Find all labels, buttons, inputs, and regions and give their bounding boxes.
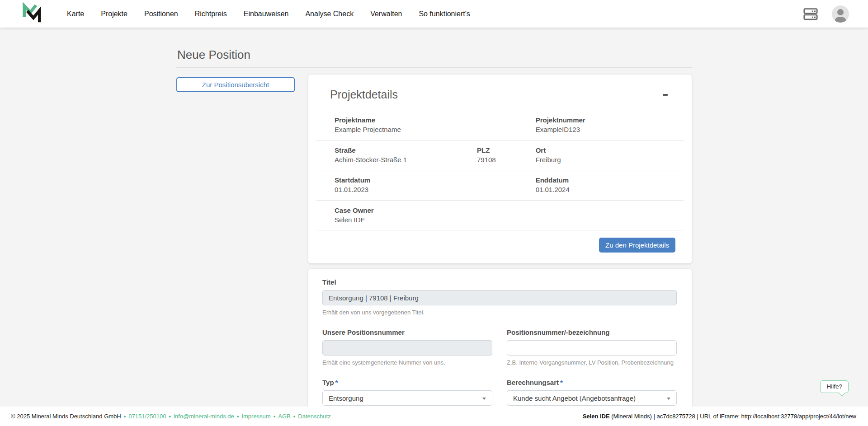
unsere-positionsnummer-input[interactable] <box>322 340 492 356</box>
typ-select[interactable]: Entsorgung <box>322 390 492 406</box>
neue-position-form-card: Titel Erhält den von uns vorgegebenen Ti… <box>308 269 692 426</box>
field-label: PLZ <box>477 145 531 155</box>
logo-m-icon <box>20 2 43 26</box>
berechnungsart-select[interactable]: Kunde sucht Angebot (Angebotsanfrage) <box>507 390 677 406</box>
positionsnummer-label: Positionsnummer/-bezeichnung <box>507 328 677 336</box>
field-value: ExampleID123 <box>536 125 585 135</box>
hilfe-button[interactable]: Hilfe? <box>820 380 849 393</box>
session-info: Selen IDE (Mineral Minds) | ac7dc8275728… <box>583 413 856 420</box>
nav-item-richtpreis[interactable]: Richtpreis <box>195 10 227 18</box>
project-details-table: Projektname Example Projectname Projektn… <box>316 110 684 230</box>
zu-den-projektdetails-button[interactable]: Zu den Projektdetails <box>599 238 675 253</box>
datenschutz-link[interactable]: Datenschutz <box>298 413 330 420</box>
avatar-head-shape <box>837 9 844 15</box>
field-value: Selen IDE <box>335 215 531 225</box>
typ-selected-value: Entsorgung <box>329 394 363 402</box>
footer-separator: • <box>169 413 171 420</box>
field-value: Freiburg <box>536 155 561 165</box>
nav-item-einbauweisen[interactable]: Einbauweisen <box>244 10 289 18</box>
typ-label: Typ* <box>322 379 492 386</box>
nav-item-so-funktionierts[interactable]: So funktioniert's <box>419 10 470 18</box>
table-row: Straße Achim-Stocker-Straße 1 PLZ 79108 … <box>316 140 684 171</box>
field-label: Projektname <box>335 115 531 125</box>
main-nav: Karte Projekte Positionen Richtpreis Ein… <box>67 10 470 18</box>
field-label: Startdatum <box>335 175 531 185</box>
nav-item-analyse-check[interactable]: Analyse Check <box>305 10 354 18</box>
page-footer: © 2025 Mineral Minds Deutschland GmbH • … <box>0 407 868 426</box>
user-avatar-icon[interactable] <box>832 5 849 23</box>
session-user: Selen IDE <box>583 413 610 420</box>
positionsnummer-input[interactable] <box>507 340 677 356</box>
footer-separator: • <box>293 413 296 420</box>
unsere-positionsnummer-helper: Erhält eine systemgenerierte Nummer von … <box>322 359 492 366</box>
field-value: 01.01.2023 <box>335 185 531 195</box>
berechnungsart-selected-value: Kunde sucht Angebot (Angebotsanfrage) <box>513 394 636 402</box>
unsere-positionsnummer-label: Unsere Positionsnummer <box>322 328 492 336</box>
berechnungsart-label: Berechnungsart* <box>507 379 677 386</box>
zur-positionsuebersicht-button[interactable]: Zur Positionsübersicht <box>176 77 295 92</box>
field-label: Enddatum <box>536 175 570 185</box>
impressum-link[interactable]: Impressum <box>241 413 270 420</box>
field-label: Straße <box>335 145 472 155</box>
field-value: Achim-Stocker-Straße 1 <box>335 155 472 165</box>
mineral-minds-logo[interactable] <box>20 2 43 26</box>
projektdetails-title: Projektdetails <box>330 88 398 101</box>
field-value: 01.01.2024 <box>536 185 570 195</box>
nav-item-verwalten[interactable]: Verwalten <box>370 10 402 18</box>
page-title: Neue Position <box>177 48 692 62</box>
footer-separator: • <box>274 413 276 420</box>
agb-link[interactable]: AGB <box>278 413 290 420</box>
field-label: Ort <box>536 145 561 155</box>
field-label: Case Owner <box>335 206 531 215</box>
top-navbar: Karte Projekte Positionen Richtpreis Ein… <box>0 0 868 28</box>
field-value: Example Projectname <box>335 125 531 135</box>
collapse-card-button[interactable] <box>660 91 670 99</box>
field-label: Projektnummer <box>536 115 585 125</box>
footer-separator: • <box>237 413 239 420</box>
required-asterisk: * <box>335 379 338 386</box>
copyright-text: © 2025 Mineral Minds Deutschland GmbH <box>11 413 121 420</box>
avatar-body-shape <box>835 17 846 23</box>
field-value: 79108 <box>477 155 531 165</box>
storage-icon[interactable] <box>803 7 818 21</box>
footer-separator: • <box>124 413 126 420</box>
titel-helper: Erhält den von uns vorgegebenen Titel. <box>322 309 677 316</box>
table-row: Case Owner Selen IDE <box>316 201 684 231</box>
session-details: (Mineral Minds) | ac7dc8275728 | URL of … <box>610 413 856 420</box>
titel-input[interactable] <box>322 290 677 305</box>
titel-label: Titel <box>322 278 677 286</box>
projektdetails-card: Projektdetails Projektname Example Proje… <box>308 75 692 263</box>
positionsnummer-helper: Z.B. Interne-Vorgangsnummer, LV-Position… <box>507 359 677 366</box>
nav-item-karte[interactable]: Karte <box>67 10 84 18</box>
table-row: Startdatum 01.01.2023 Enddatum 01.01.202… <box>316 170 684 201</box>
minus-icon <box>663 94 668 96</box>
phone-link[interactable]: 07151/250100 <box>128 413 166 420</box>
table-row: Projektname Example Projectname Projektn… <box>316 110 684 140</box>
nav-item-positionen[interactable]: Positionen <box>144 10 178 18</box>
required-asterisk: * <box>560 379 563 386</box>
main-content: Neue Position Zur Positionsübersicht Pro… <box>0 28 868 426</box>
nav-item-projekte[interactable]: Projekte <box>101 10 127 18</box>
email-link[interactable]: info@mineral-minds.de <box>174 413 234 420</box>
